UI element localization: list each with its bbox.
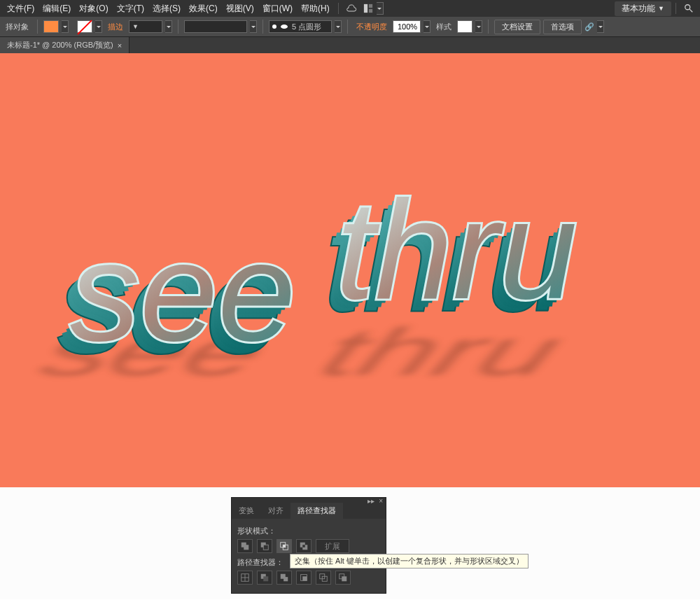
menu-file[interactable]: 文件(F)	[3, 3, 38, 15]
minus-front-button[interactable]	[257, 539, 272, 553]
arrange-dropdown[interactable]	[377, 2, 384, 15]
svg-line-4	[690, 9, 692, 12]
brush-dd[interactable]	[335, 20, 342, 33]
brush-preview-oval	[281, 25, 288, 29]
control-toolbar: 择对象 描边 ▼ 5 点圆形 不透明度 100% 样式 文档设置 首选项 🔗	[0, 17, 700, 36]
divider	[676, 3, 676, 14]
svg-rect-33	[302, 576, 307, 580]
close-icon[interactable]: ×	[118, 41, 122, 50]
menu-bar: 文件(F) 编辑(E) 对象(O) 文字(T) 选择(S) 效果(C) 视图(V…	[0, 0, 700, 17]
tooltip: 交集（按住 Alt 键单击，以创建一个复合形状，并与形状区域交叉）	[290, 554, 528, 568]
doc-setup-button[interactable]: 文档设置	[494, 20, 540, 34]
context-label: 择对象	[3, 22, 31, 32]
style-swatch[interactable]	[457, 20, 472, 33]
outline-button[interactable]	[316, 571, 331, 585]
prefs-button[interactable]: 首选项	[543, 20, 582, 34]
tab-pathfinder[interactable]: 路径查找器	[290, 503, 343, 519]
svg-rect-1	[369, 4, 372, 8]
brush-preview-dot	[272, 25, 276, 29]
merge-button[interactable]	[276, 571, 292, 585]
opacity-input[interactable]: 100%	[393, 20, 421, 33]
search-icon[interactable]	[682, 1, 696, 15]
align-dd[interactable]	[597, 20, 604, 33]
cloud-icon[interactable]	[344, 1, 358, 15]
brush-label: 5 点圆形	[292, 22, 321, 32]
menu-effect[interactable]: 效果(C)	[185, 3, 222, 15]
menu-window[interactable]: 窗口(W)	[258, 3, 297, 15]
svg-rect-18	[263, 545, 268, 550]
document-tab-bar: 未标题-1* @ 200% (RGB/预览) ×	[0, 36, 700, 53]
svg-text:thru: thru	[336, 172, 578, 328]
brush-select[interactable]: 5 点圆形	[269, 20, 332, 33]
opacity-label[interactable]: 不透明度	[354, 22, 390, 32]
svg-rect-31	[284, 577, 288, 581]
svg-rect-21	[283, 545, 286, 547]
workspace-label: 基本功能	[622, 3, 655, 15]
stroke-dropdown[interactable]	[95, 20, 102, 33]
svg-text:see: see	[70, 214, 295, 370]
style-dd[interactable]	[475, 20, 482, 33]
menu-type[interactable]: 文字(T)	[113, 3, 148, 15]
menu-help[interactable]: 帮助(H)	[297, 3, 334, 15]
shape-mode-label: 形状模式：	[237, 526, 380, 536]
artwork-3d-text: see thru see see see see thru	[28, 88, 672, 455]
expand-button[interactable]: 扩展	[316, 539, 349, 553]
trim-button[interactable]	[257, 571, 272, 585]
svg-point-3	[685, 5, 690, 10]
var-width-dd[interactable]	[250, 20, 257, 33]
menu-view[interactable]: 视图(V)	[222, 3, 258, 15]
pathfinder-panel: ▸▸ × 变换 对齐 路径查找器 形状模式： 扩展 路径查找器：	[231, 497, 386, 594]
tab-transform[interactable]: 变换	[232, 503, 261, 519]
menu-object[interactable]: 对象(O)	[75, 3, 112, 15]
opacity-dd[interactable]	[424, 20, 430, 33]
stroke-weight[interactable]: ▼	[129, 20, 162, 33]
menu-edit[interactable]: 编辑(E)	[38, 3, 75, 15]
divide-button[interactable]	[237, 571, 253, 585]
chevron-down-icon: ▼	[658, 5, 664, 12]
canvas[interactable]: see thru see see see see thru	[0, 53, 700, 487]
svg-rect-37	[342, 576, 346, 581]
unite-button[interactable]	[237, 539, 253, 553]
chain-icon[interactable]: 🔗	[584, 22, 594, 32]
style-label: 样式	[433, 22, 454, 32]
var-width-profile[interactable]	[184, 20, 247, 33]
minus-back-button[interactable]	[335, 571, 351, 585]
tab-align[interactable]: 对齐	[261, 503, 290, 519]
stroke-label[interactable]: 描边	[105, 22, 126, 32]
stroke-weight-dd[interactable]	[165, 20, 172, 33]
exclude-button[interactable]	[296, 539, 312, 553]
menu-select[interactable]: 选择(S)	[148, 3, 185, 15]
panel-collapse-icon[interactable]: ▸▸	[368, 497, 374, 505]
divider	[338, 3, 339, 14]
document-tab[interactable]: 未标题-1* @ 200% (RGB/预览) ×	[0, 37, 130, 53]
intersect-button[interactable]	[276, 539, 292, 553]
workspace-switcher[interactable]: 基本功能 ▼	[615, 1, 671, 16]
svg-rect-0	[364, 4, 368, 13]
arrange-icon[interactable]	[361, 1, 375, 15]
svg-rect-16	[244, 545, 248, 550]
document-title: 未标题-1* @ 200% (RGB/预览)	[7, 40, 113, 50]
panel-tabs: 变换 对齐 路径查找器	[232, 503, 386, 519]
fill-swatch[interactable]	[43, 20, 59, 33]
svg-rect-24	[302, 545, 305, 547]
stroke-swatch[interactable]	[77, 20, 92, 33]
crop-button[interactable]	[296, 571, 312, 585]
svg-rect-2	[369, 9, 372, 13]
svg-rect-29	[263, 576, 268, 581]
panel-close-icon[interactable]: ×	[379, 497, 383, 505]
fill-dropdown[interactable]	[62, 20, 69, 33]
